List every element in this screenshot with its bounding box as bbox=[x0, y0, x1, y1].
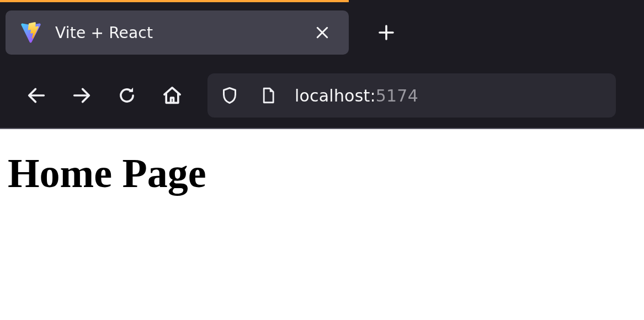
url-text: localhost:5174 bbox=[295, 86, 418, 105]
home-button[interactable] bbox=[152, 76, 192, 115]
shield-icon bbox=[220, 86, 239, 105]
arrow-right-icon bbox=[71, 84, 93, 106]
vite-icon bbox=[19, 20, 43, 45]
new-tab-button[interactable] bbox=[371, 17, 402, 48]
page-heading: Home Page bbox=[8, 150, 636, 197]
page-viewport: Home Page bbox=[0, 129, 644, 218]
url-bar[interactable]: localhost:5174 bbox=[207, 73, 616, 118]
browser-tab[interactable]: Vite + React bbox=[6, 10, 349, 55]
url-port: 5174 bbox=[376, 86, 418, 105]
reload-button[interactable] bbox=[107, 76, 147, 115]
arrow-left-icon bbox=[25, 84, 47, 106]
tab-strip: Vite + React bbox=[0, 2, 644, 63]
url-host: localhost: bbox=[295, 86, 376, 105]
forward-button[interactable] bbox=[62, 76, 102, 115]
close-icon bbox=[314, 24, 331, 41]
browser-toolbar: localhost:5174 bbox=[0, 63, 644, 129]
close-tab-button[interactable] bbox=[309, 19, 336, 46]
back-button[interactable] bbox=[17, 76, 56, 115]
tracking-shield-button[interactable] bbox=[217, 83, 242, 108]
plus-icon bbox=[376, 23, 396, 42]
document-icon bbox=[259, 86, 278, 105]
reload-icon bbox=[116, 85, 137, 106]
tab-title: Vite + React bbox=[55, 24, 297, 42]
home-icon bbox=[161, 84, 183, 106]
site-info-button[interactable] bbox=[256, 83, 280, 108]
